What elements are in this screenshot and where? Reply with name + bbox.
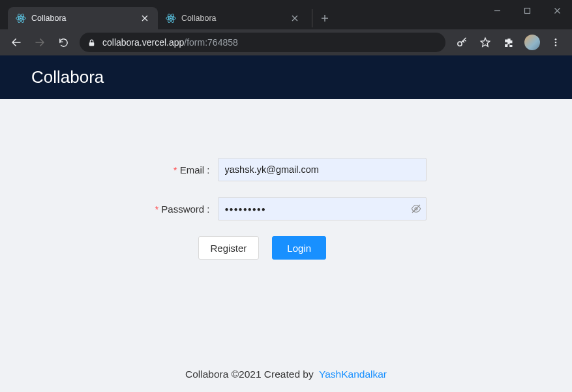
password-input[interactable] [218,197,427,220]
browser-tabs: Collabora Collabora [5,7,330,29]
maximize-button[interactable] [512,0,542,21]
minimize-button[interactable] [482,0,512,21]
password-label: *Password : [146,204,218,215]
eye-invisible-icon[interactable] [411,204,421,214]
form-buttons: Register Login [146,236,427,260]
svg-point-11 [555,38,557,40]
extensions-icon[interactable] [499,33,519,52]
footer-link[interactable]: YashKandalkar [319,369,387,380]
react-icon [16,13,26,23]
footer-text: Collabora ©2021 Created by [185,369,314,380]
login-form: *Email : *Password : Register Login [146,158,427,260]
svg-point-13 [555,44,557,46]
profile-avatar[interactable] [522,33,542,52]
address-bar[interactable]: collabora.vercel.app/form:764858 [80,33,445,52]
email-label: *Email : [146,164,218,175]
password-input-wrap [218,197,427,220]
close-icon[interactable] [290,13,300,23]
browser-tab-inactive[interactable]: Collabora [158,7,308,29]
login-button[interactable]: Login [272,236,326,260]
svg-rect-8 [524,8,530,13]
tab-title: Collabora [181,14,217,23]
app-header: Collabora [0,55,572,99]
key-icon[interactable] [452,33,472,52]
react-icon [166,13,176,23]
main-content: *Email : *Password : Register Login [0,99,572,357]
email-row: *Email : [146,158,427,181]
forward-button[interactable] [30,33,50,52]
footer: Collabora ©2021 Created by YashKandalkar [0,357,572,392]
svg-point-12 [555,42,557,44]
avatar [524,35,540,50]
new-tab-button[interactable] [312,9,330,27]
browser-tab-active[interactable]: Collabora [8,7,158,29]
reload-button[interactable] [53,33,73,52]
password-row: *Password : [146,197,427,220]
svg-rect-9 [89,42,95,45]
svg-point-3 [20,18,22,20]
back-button[interactable] [7,33,26,52]
app-title: Collabora [31,67,104,87]
star-icon[interactable] [475,33,495,52]
menu-icon[interactable] [546,33,565,52]
page-content: Collabora *Email : *Password : Regist [0,55,572,392]
email-input-wrap [218,158,427,181]
close-icon[interactable] [140,13,150,23]
url-path: /form:764858 [184,37,238,48]
browser-titlebar: Collabora Collabora [0,0,572,29]
url-host: collabora.vercel.app [102,37,184,48]
browser-toolbar: collabora.vercel.app/form:764858 [0,29,572,55]
tab-title: Collabora [31,14,67,23]
svg-point-7 [170,18,172,20]
email-input[interactable] [218,158,427,181]
lock-icon [87,38,96,47]
url-text: collabora.vercel.app/form:764858 [102,37,238,48]
close-window-button[interactable] [542,0,572,21]
register-button[interactable]: Register [198,236,260,260]
window-controls [482,0,572,21]
